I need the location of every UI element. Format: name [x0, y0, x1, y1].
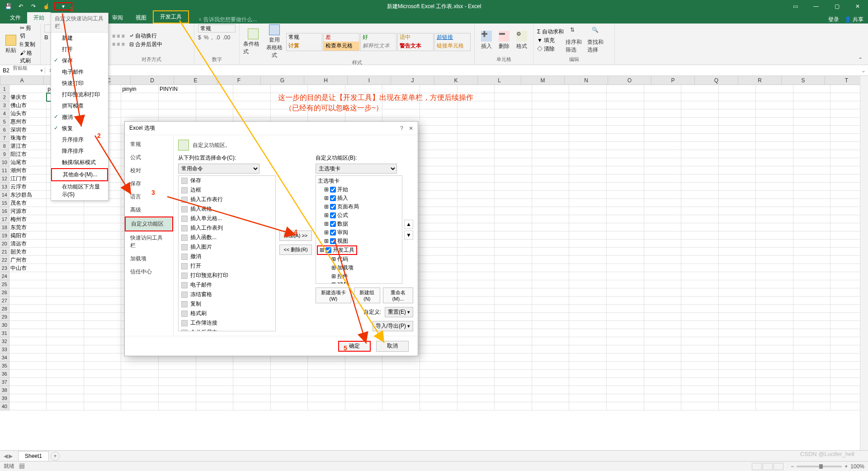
cell[interactable]: [719, 126, 756, 134]
cell[interactable]: [681, 158, 719, 166]
redo-icon[interactable]: ↷: [29, 2, 38, 11]
cell[interactable]: 汕尾市: [9, 158, 47, 166]
cell[interactable]: [420, 329, 458, 337]
cell[interactable]: [793, 150, 831, 158]
cell[interactable]: [756, 150, 793, 158]
cell[interactable]: [532, 297, 570, 305]
cell[interactable]: [9, 370, 47, 378]
cell[interactable]: [495, 394, 532, 402]
cell[interactable]: [458, 191, 495, 199]
rename-button[interactable]: 重命名(M)...: [383, 287, 413, 303]
cell[interactable]: [532, 248, 570, 256]
cell[interactable]: [420, 321, 458, 329]
cell[interactable]: [569, 191, 607, 199]
cell[interactable]: [756, 183, 793, 191]
cell[interactable]: [420, 93, 458, 101]
cell[interactable]: [420, 345, 458, 353]
cell[interactable]: [607, 402, 644, 410]
cell[interactable]: [9, 353, 47, 362]
cell[interactable]: [719, 93, 756, 101]
cell[interactable]: [420, 231, 458, 240]
cell[interactable]: [681, 264, 719, 272]
ribbon-tree[interactable]: 主选项卡 ⊞ 开始⊞ 插入⊞ 页面布局⊞ 公式⊞ 数据⊞ 审阅⊞ 视图⊞ 开发工…: [316, 175, 402, 284]
cell[interactable]: [719, 158, 756, 166]
cell[interactable]: [458, 337, 495, 345]
cell[interactable]: [756, 280, 793, 288]
cell[interactable]: [607, 345, 644, 353]
cell[interactable]: 梅州市: [9, 215, 47, 223]
cell[interactable]: [458, 402, 495, 410]
cell[interactable]: [607, 353, 644, 362]
cell[interactable]: [196, 394, 234, 402]
cell[interactable]: [644, 142, 682, 150]
cell[interactable]: [420, 158, 458, 166]
cell[interactable]: [159, 370, 196, 378]
cell[interactable]: [569, 248, 607, 256]
cut-button[interactable]: ✂ 剪切: [20, 24, 37, 40]
cell[interactable]: [756, 329, 793, 337]
column-header[interactable]: E: [174, 76, 217, 85]
cell[interactable]: [644, 378, 682, 386]
cell[interactable]: [756, 207, 793, 215]
cell[interactable]: [532, 85, 570, 93]
cell[interactable]: [420, 166, 458, 174]
cell[interactable]: [532, 321, 570, 329]
cell[interactable]: [420, 297, 458, 305]
cell[interactable]: [756, 126, 793, 134]
command-item[interactable]: 插入单元格...: [179, 214, 275, 223]
cell[interactable]: [159, 362, 196, 370]
cell[interactable]: [756, 118, 793, 126]
cell[interactable]: [569, 231, 607, 240]
cell[interactable]: [719, 166, 756, 174]
column-header[interactable]: I: [348, 76, 391, 85]
cell[interactable]: [569, 329, 607, 337]
cell[interactable]: [458, 256, 495, 264]
cell[interactable]: [569, 183, 607, 191]
cell[interactable]: [495, 272, 532, 280]
cell[interactable]: [495, 288, 532, 297]
cell[interactable]: [681, 150, 719, 158]
cell[interactable]: [84, 345, 122, 353]
cell[interactable]: [793, 183, 831, 191]
cell[interactable]: [569, 85, 607, 93]
maximize-icon[interactable]: ▢: [826, 0, 847, 13]
cell[interactable]: [793, 158, 831, 166]
command-item[interactable]: 打印预览和打印: [179, 271, 275, 280]
cell[interactable]: [532, 386, 570, 394]
cell[interactable]: [644, 297, 682, 305]
cell[interactable]: [47, 353, 84, 362]
cell[interactable]: [458, 101, 495, 109]
cell[interactable]: [756, 134, 793, 142]
cell[interactable]: [681, 231, 719, 240]
cell[interactable]: [159, 402, 196, 410]
cell[interactable]: [607, 280, 644, 288]
cell[interactable]: [233, 101, 271, 109]
cell[interactable]: [644, 305, 682, 313]
cell[interactable]: [719, 85, 756, 93]
cell[interactable]: [793, 85, 831, 93]
dialog-close-icon[interactable]: ✕: [409, 125, 413, 132]
cell[interactable]: [719, 150, 756, 158]
zoom-out-icon[interactable]: −: [791, 463, 794, 470]
cell[interactable]: [420, 353, 458, 362]
cell[interactable]: [644, 394, 682, 402]
cell[interactable]: 中山市: [9, 264, 47, 272]
cell[interactable]: [420, 402, 458, 410]
cell[interactable]: [9, 321, 47, 329]
cell[interactable]: [495, 345, 532, 353]
cell[interactable]: [681, 256, 719, 264]
cell[interactable]: [458, 109, 495, 118]
cell[interactable]: [793, 297, 831, 305]
cell[interactable]: [793, 321, 831, 329]
cell[interactable]: [458, 313, 495, 321]
zoom-in-icon[interactable]: +: [844, 463, 848, 470]
cell[interactable]: [382, 85, 420, 93]
row-header[interactable]: 35: [0, 362, 9, 370]
cell[interactable]: [84, 215, 122, 223]
cell[interactable]: [47, 362, 84, 370]
tree-node[interactable]: ⊞ 控件: [317, 272, 401, 281]
tell-me-search[interactable]: ♀ 告诉我您想要做什么...: [189, 16, 257, 24]
cell[interactable]: [719, 183, 756, 191]
cell[interactable]: [719, 362, 756, 370]
cell[interactable]: [159, 378, 196, 386]
